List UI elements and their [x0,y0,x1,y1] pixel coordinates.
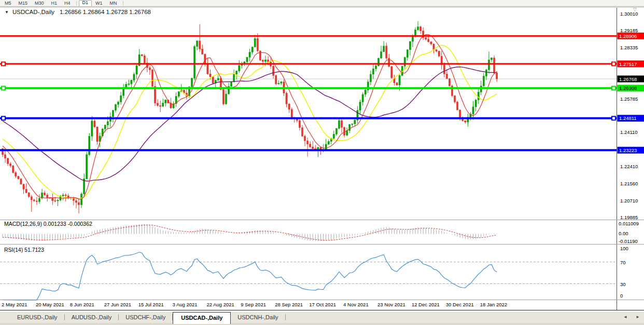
date-axis-label: 15 Jul 2021 [138,302,164,307]
macd-indicator-label: MACD(12,26,9) 0.001233 -0.000362 [4,221,92,227]
date-axis-label: 17 Oct 2021 [309,302,336,307]
level-price-badge-label: 1.26308 [619,85,637,91]
date-axis-label: 18 Jan 2022 [480,302,507,307]
level-price-badge-label: 1.27517 [619,61,637,67]
symbol-tab-usdchf[interactable]: USDCHF-,Daily [119,312,172,323]
price-tick-label: 1.28335 [620,45,638,50]
date-axis-label: 20 May 2021 [36,302,64,307]
date-axis-label: 2 May 2021 [2,302,27,307]
date-axis-label: 23 Nov 2021 [377,302,405,307]
date-axis-label: 22 Aug 2021 [206,302,234,307]
timeframe-button-d1[interactable]: D1 [79,0,92,7]
rsi-scale-label: 100 [620,246,628,251]
toolbar-separator [0,6,644,8]
price-tick-label: 1.19885 [620,214,638,220]
ma-medium-line [3,45,497,198]
tab-divider [285,314,286,320]
price-tick-label: 1.29185 [620,28,638,33]
current-price-badge-label: 1.26768 [619,76,637,82]
price-tick-label: 1.21560 [620,181,638,186]
level-line-marker [2,116,5,120]
date-axis-label: 3 Aug 2021 [173,302,198,307]
chart-symbol-title: USDCAD-,Daily [12,9,54,15]
price-tick-label: 1.20710 [620,198,638,204]
rsi-scale-label: 0 [620,293,623,299]
timeframe-button-w1[interactable]: W1 [92,0,106,6]
price-tick-label: 1.25785 [620,96,638,102]
price-tick-label: 1.24110 [620,129,638,135]
symbol-tab-usdcad[interactable]: USDCAD-,Daily [173,312,231,324]
symbol-tab-eurusd[interactable]: EURUSD-,Daily [10,312,64,323]
rsi-indicator-label: RSI(14) 51.7123 [4,247,44,253]
chart-header: ▼ USDCAD-,Daily 1.26856 1.26864 1.26728 … [5,9,151,15]
macd-scale-label: -0.01190 [619,238,638,244]
timeframe-button-m30[interactable]: M30 [31,0,48,6]
timeframe-button-h4[interactable]: H4 [61,0,74,6]
price-axis-bg [617,8,644,310]
date-axis-label: 12 Dec 2021 [412,302,440,307]
date-axis-label: 9 Sep 2021 [241,302,266,307]
chart-canvas[interactable]: 1.300101.291851.283351.257851.241101.224… [0,0,644,325]
tab-scroll-left-icon[interactable]: ◄ [623,315,627,319]
date-axis-label: 30 Dec 2021 [446,302,474,307]
level-price-badge-label: 1.24811 [619,115,637,121]
rsi-line [3,252,497,300]
level-line-marker [612,62,615,66]
tab-scroll-right-icon[interactable]: ► [636,315,640,319]
date-axis-label: 27 Jun 2021 [104,302,131,307]
level-line-marker [2,62,5,66]
date-axis-label: 8 Jun 2021 [70,302,94,307]
level-line-marker [612,116,615,120]
date-axis-label: 28 Sep 2021 [275,302,303,307]
toolbar-divider [76,1,77,6]
rsi-scale-label: 70 [620,260,626,265]
macd-scale-label: 0.011009 [619,221,639,226]
chart-ohlc-quote: 1.26856 1.26864 1.26728 1.26768 [60,9,151,15]
chart-tab-bar: EURUSD-,DailyAUDUSD-,DailyUSDCHF-,DailyU… [0,310,644,325]
timeframe-button-m15[interactable]: M15 [15,0,32,6]
timeframe-button-m5[interactable]: M5 [1,0,15,6]
level-line-marker [612,86,615,90]
mt4-terminal-window: M5M15M30H1H4D1W1MN 1.300101.291851.28335… [0,0,644,325]
tab-scroll-arrows: ◄ ► [616,315,640,319]
price-tick-label: 1.22410 [620,164,638,169]
date-axis-label: 4 Nov 2021 [343,302,369,307]
chart-dropdown-icon[interactable]: ▼ [5,10,9,15]
timeframe-button-h1[interactable]: H1 [48,0,61,6]
level-price-badge-label: 1.23223 [619,147,637,153]
ma-slow-line [3,67,497,181]
level-line-marker [2,86,5,90]
rsi-scale-label: 30 [620,281,626,287]
timeframe-toolbar: M5M15M30H1H4D1W1MN [0,0,644,6]
symbol-tab-usdcnh[interactable]: USDCNH-,Daily [231,312,285,323]
symbol-tab-audusd[interactable]: AUDUSD-,Daily [65,312,119,323]
macd-scale-label: 0.00 [619,231,628,236]
timeframe-button-mn[interactable]: MN [106,0,121,6]
level-price-badge-label: 1.28906 [619,33,637,39]
toolbar-divider [123,1,123,6]
